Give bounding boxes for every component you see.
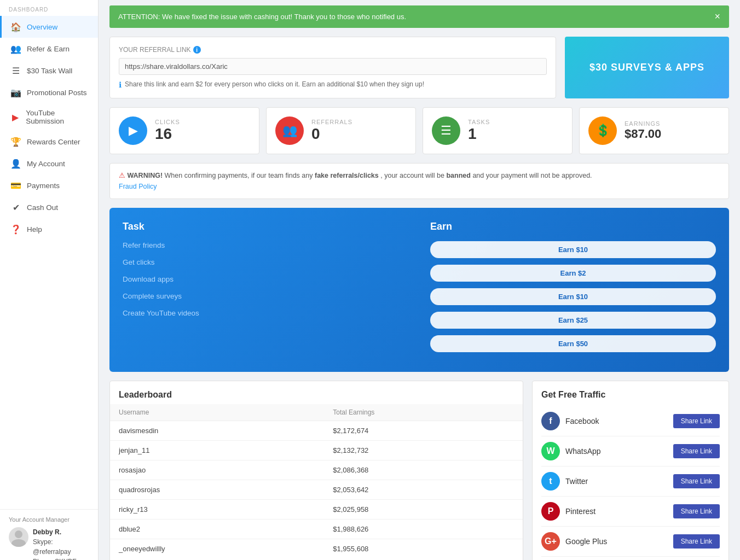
alert-banner: ATTENTION: We have fixed the issue with … <box>109 5 729 28</box>
share-link-button-pinterest[interactable]: Share Link <box>673 504 720 518</box>
share-link-button-twitter[interactable]: Share Link <box>673 474 720 488</box>
account-manager-name: Debby R. <box>33 527 89 537</box>
leaderboard-row: jenjan_11 $2,132,732 <box>110 441 523 460</box>
top-section: YOUR REFERRAL LINK i ℹ Share this link a… <box>109 37 729 98</box>
stat-card-clicks: ▶ CLICKS 16 <box>109 107 259 154</box>
whatsapp-icon: W <box>541 442 560 460</box>
lb-col-earnings: Total Earnings <box>324 404 523 421</box>
twitter-icon: t <box>541 472 560 491</box>
facebook-icon: f <box>541 412 560 430</box>
leaderboard-row: ricky_r13 $2,025,958 <box>110 500 523 520</box>
task-item-surveys[interactable]: Complete surveys <box>123 292 408 300</box>
task-wall-icon: ☰ <box>10 65 21 76</box>
dashboard-label: DASHBOARD <box>0 0 98 16</box>
referral-link-input[interactable] <box>119 58 547 75</box>
lb-username: dblue2 <box>110 520 324 539</box>
account-manager-skype: Skype: @referralpay <box>33 537 89 557</box>
account-manager-avatar <box>9 527 28 547</box>
share-link-button-whatsapp[interactable]: Share Link <box>673 444 720 458</box>
stat-card-tasks: ☰ TASKS 1 <box>423 107 573 154</box>
earn-heading: Earn <box>430 221 716 232</box>
google plus-icon: G+ <box>541 532 560 551</box>
sidebar-item-help[interactable]: ❓ Help <box>0 218 98 240</box>
referral-hint: ℹ Share this link and earn $2 for every … <box>119 80 547 89</box>
sidebar-item-task-wall[interactable]: ☰ $30 Task Wall <box>0 60 98 81</box>
sidebar-item-payments-label: Payments <box>27 182 60 190</box>
share-link-button-facebook[interactable]: Share Link <box>673 414 720 428</box>
referral-info-icon[interactable]: i <box>193 46 201 54</box>
leaderboard-row: dblue2 $1,988,626 <box>110 520 523 539</box>
svg-point-0 <box>15 530 22 538</box>
account-icon: 👤 <box>10 158 21 169</box>
lb-username: quadrosrojas <box>110 480 324 500</box>
tasks-value: 1 <box>468 125 490 143</box>
sidebar-item-cash-out[interactable]: ✔ Cash Out <box>0 196 98 218</box>
lb-earnings: $1,955,608 <box>324 539 523 559</box>
sidebar-item-task-wall-label: $30 Task Wall <box>27 67 72 75</box>
surveys-button[interactable]: $30 SURVEYS & APPS <box>565 37 729 98</box>
leaderboard-row: rosasjao $2,086,368 <box>110 460 523 480</box>
account-manager-title: Your Account Manager <box>9 516 89 523</box>
earn-btn-4[interactable]: Earn $50 <box>430 335 716 352</box>
traffic-social-name: Pinterest <box>565 507 596 516</box>
task-item-refer[interactable]: Refer friends <box>123 241 408 249</box>
sidebar-item-payments[interactable]: 💳 Payments <box>0 174 98 196</box>
earnings-value: $87.00 <box>625 127 661 141</box>
sidebar-item-my-account-label: My Account <box>27 160 65 168</box>
warning-title: WARNING! <box>127 172 163 179</box>
tasks-icon: ☰ <box>432 116 460 145</box>
pinterest-icon: P <box>541 502 560 521</box>
sidebar-item-promotional-posts[interactable]: 📷 Promotional Posts <box>0 81 98 103</box>
leaderboard-row: _oneeyedwillly $1,955,608 <box>110 539 523 559</box>
referrals-icon: 👥 <box>275 116 304 145</box>
sidebar-item-my-account[interactable]: 👤 My Account <box>0 153 98 174</box>
tasks-label: TASKS <box>468 119 490 125</box>
account-manager-note: Please SKYPE me for fast support! <box>33 557 89 560</box>
hint-icon: ℹ <box>119 80 122 89</box>
lb-username: rosasjao <box>110 460 324 480</box>
warning-triangle: ⚠ <box>119 172 125 179</box>
sidebar-item-rewards-center[interactable]: 🏆 Rewards Center <box>0 131 98 153</box>
sidebar-item-youtube-submission-label: YouTube Submission <box>26 109 89 125</box>
lb-username: jenjan_11 <box>110 441 324 460</box>
earn-btn-0[interactable]: Earn $10 <box>430 241 716 258</box>
referrals-label: REFERRALS <box>311 119 352 125</box>
traffic-row: f Facebook Share Link <box>541 406 720 436</box>
youtube-icon: ▶ <box>10 112 20 122</box>
share-link-button-google-plus[interactable]: Share Link <box>673 534 720 549</box>
task-heading: Task <box>123 221 408 232</box>
task-item-download[interactable]: Download apps <box>123 275 408 283</box>
traffic-social-whatsapp: W WhatsApp <box>541 442 601 460</box>
sidebar-item-youtube-submission[interactable]: ▶ YouTube Submission <box>0 103 98 131</box>
sidebar-item-refer-earn-label: Refer & Earn <box>27 45 70 53</box>
task-item-clicks[interactable]: Get clicks <box>123 258 408 266</box>
task-item-youtube[interactable]: Create YouTube videos <box>123 309 408 317</box>
task-earn-section: Task Refer friends Get clicks Download a… <box>109 208 729 372</box>
sidebar-item-promotional-posts-label: Promotional Posts <box>27 89 87 97</box>
lb-earnings: $1,988,626 <box>324 520 523 539</box>
earnings-label: EARNINGS <box>625 120 661 127</box>
promotional-icon: 📷 <box>10 87 21 98</box>
leaderboard-box: Leaderboard Username Total Earnings davi… <box>109 381 523 560</box>
traffic-social-twitter: t Twitter <box>541 472 588 491</box>
traffic-row: W WhatsApp Share Link <box>541 436 720 466</box>
sidebar-item-refer-earn[interactable]: 👥 Refer & Earn <box>0 38 98 60</box>
traffic-social-name: Twitter <box>565 477 588 486</box>
refer-icon: 👥 <box>10 43 21 54</box>
fraud-policy-link[interactable]: Fraud Policy <box>119 183 157 190</box>
stat-card-referrals: 👥 REFERRALS 0 <box>266 107 416 154</box>
traffic-social-pinterest: P Pinterest <box>541 502 596 521</box>
clicks-label: CLICKS <box>155 119 180 125</box>
sidebar-item-rewards-center-label: Rewards Center <box>27 138 80 146</box>
sidebar-item-overview[interactable]: 🏠 Overview <box>0 16 98 38</box>
referrals-value: 0 <box>311 125 352 143</box>
earn-btn-2[interactable]: Earn $10 <box>430 288 716 305</box>
bottom-section: Leaderboard Username Total Earnings davi… <box>109 381 729 560</box>
earn-btn-1[interactable]: Earn $2 <box>430 265 716 282</box>
payments-icon: 💳 <box>10 180 21 191</box>
earn-btn-3[interactable]: Earn $25 <box>430 312 716 329</box>
alert-close-button[interactable]: × <box>714 11 720 22</box>
alert-message: ATTENTION: We have fixed the issue with … <box>118 13 406 21</box>
earnings-icon: 💲 <box>588 116 617 145</box>
warning-bold2: banned <box>446 172 470 179</box>
